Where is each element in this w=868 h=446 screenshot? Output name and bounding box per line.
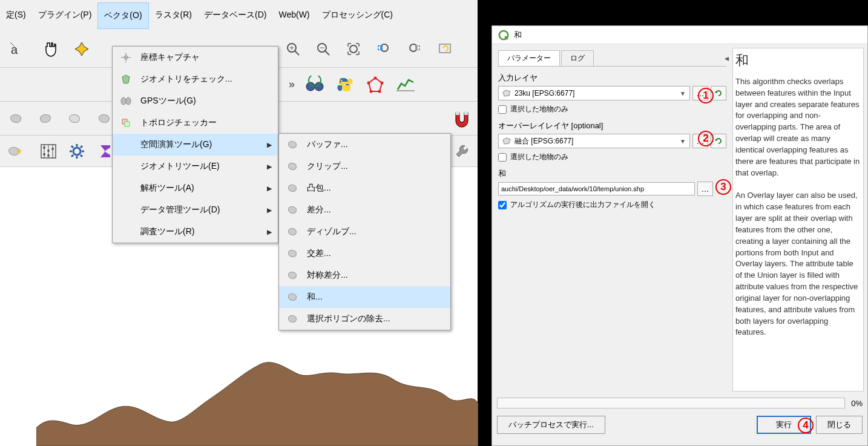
svg-point-26 — [367, 81, 370, 84]
tool-poly2[interactable] — [31, 104, 60, 133]
svg-point-20 — [341, 79, 343, 81]
tool-zoom-last[interactable] — [370, 35, 399, 64]
input-layer-combo[interactable]: 23ku [EPSG:6677] ▼ — [498, 86, 690, 100]
svg-rect-28 — [456, 111, 459, 115]
submenu-union[interactable]: 和... — [279, 286, 450, 308]
menu-geoprocessing[interactable]: 空間演算ツール(G) ▶ — [113, 134, 278, 156]
svg-point-37 — [43, 153, 45, 156]
tool-zoom-full[interactable] — [340, 35, 369, 64]
output-path-input[interactable] — [498, 182, 695, 195]
submenu-symdiff[interactable]: 対称差分... — [279, 264, 450, 286]
tool-magnet[interactable] — [447, 104, 476, 133]
diff-icon — [285, 204, 300, 216]
menu-label: 解析ツール(A) — [140, 183, 194, 194]
params-panel: パラメーター ログ 入力レイヤ 23ku [EPSG:6677] ▼ … 選択し… — [496, 48, 729, 392]
svg-marker-21 — [369, 78, 382, 91]
svg-rect-54 — [125, 122, 130, 126]
tool-poly1[interactable] — [2, 104, 30, 133]
svg-point-36 — [51, 148, 54, 150]
blank-icon — [119, 204, 133, 216]
menu-processing[interactable]: プロセッシング(C) — [316, 2, 399, 29]
chevron-right-icon: ▶ — [267, 163, 272, 171]
tool-zoom-out[interactable] — [309, 35, 338, 64]
progress-bar — [497, 398, 845, 408]
tool-poly-star[interactable]: ★ — [2, 137, 29, 166]
submenu-buffer[interactable]: バッファ... — [279, 134, 450, 156]
submenu-difference[interactable]: 差分... — [279, 199, 450, 221]
tool-edit-a[interactable]: a — [2, 35, 31, 64]
shield-icon — [119, 73, 133, 85]
menu-coord-capture[interactable]: 座標キャプチャ — [113, 47, 278, 68]
chevron-right-icon: ▶ — [267, 206, 272, 214]
collapse-arrow-icon[interactable]: ◂ — [725, 52, 729, 64]
menu-label: GPSツール(G) — [140, 96, 196, 107]
menu-label: 座標キャプチャ — [140, 52, 200, 63]
tabs: パラメーター ログ — [498, 50, 726, 67]
menu-vector[interactable]: ベクタ(O) — [97, 2, 148, 29]
menu-gps[interactable]: GPSツール(G) — [113, 90, 278, 112]
vector-menu: 座標キャプチャ ジオメトリをチェック... GPSツール(G) トポロジチェッカ… — [112, 46, 278, 243]
tool-pan[interactable] — [37, 35, 66, 64]
blank-icon — [119, 160, 133, 172]
menu-geom-check[interactable]: ジオメトリをチェック... — [113, 68, 278, 90]
menu-label: 差分... — [307, 205, 331, 215]
checkbox-label: 選択した地物のみ — [510, 152, 568, 162]
tool-poly3[interactable] — [61, 104, 89, 133]
tool-refresh[interactable] — [430, 35, 459, 64]
tool-python[interactable] — [330, 70, 360, 99]
tool-zoom-in[interactable] — [279, 35, 308, 64]
menu-raster[interactable]: ラスタ(R) — [149, 2, 198, 29]
submenu-dissolve[interactable]: ディゾルブ... — [279, 221, 450, 243]
close-button[interactable]: 閉じる — [816, 416, 863, 434]
annotation-4: 4 — [798, 418, 814, 433]
menu-database[interactable]: データベース(D) — [198, 2, 272, 29]
selected-only-1-checkbox[interactable] — [498, 105, 507, 114]
menu-data-mgmt[interactable]: データ管理ツール(D) ▶ — [113, 199, 278, 221]
batch-button[interactable]: バッチプロセスで実行... — [497, 416, 605, 434]
chevron-right-icon: ▶ — [267, 141, 272, 149]
tool-gear-blue[interactable] — [64, 137, 91, 166]
tool-stats[interactable] — [391, 70, 420, 99]
svg-line-46 — [71, 155, 73, 157]
submenu-clip[interactable]: クリップ... — [279, 156, 450, 177]
menu-web[interactable]: Web(W) — [272, 2, 315, 29]
open-after-checkbox[interactable] — [498, 201, 507, 209]
svg-point-25 — [370, 90, 373, 93]
menu-topo-check[interactable]: トポロジチェッカー — [113, 112, 278, 134]
topo-icon — [119, 117, 133, 129]
chevron-right-icon: ▶ — [267, 228, 272, 236]
tool-zoom-next[interactable] — [400, 35, 429, 64]
overlay-layer-combo[interactable]: 融合 [EPSG:6677] ▼ — [498, 134, 690, 148]
menu-settings[interactable]: 定(S) — [0, 2, 32, 29]
tool-topology[interactable] — [361, 70, 390, 99]
dissolve-icon — [285, 226, 300, 238]
menu-research-tools[interactable]: 調査ツール(R) ▶ — [113, 221, 278, 243]
tool-wrench[interactable] — [449, 137, 476, 166]
dialog-title: 和 — [514, 30, 522, 41]
selected-only-2-checkbox[interactable] — [498, 153, 507, 162]
intersect-icon — [285, 248, 300, 260]
tab-log[interactable]: ログ — [561, 50, 594, 66]
tab-parameters[interactable]: パラメーター — [498, 50, 560, 66]
svg-point-34 — [43, 146, 45, 149]
submenu-intersect[interactable]: 交差... — [279, 243, 450, 264]
menu-plugin[interactable]: プラグイン(P) — [32, 2, 98, 29]
menu-label: 凸包... — [307, 183, 331, 194]
tool-binoculars[interactable] — [300, 70, 329, 99]
output-browse[interactable]: … — [697, 182, 713, 196]
submenu-convexhull[interactable]: 凸包... — [279, 177, 450, 199]
tool-pan-selection[interactable] — [67, 35, 96, 64]
submenu-eliminate[interactable]: 選択ポリゴンの除去... — [279, 308, 450, 330]
menu-analysis-tools[interactable]: 解析ツール(A) ▶ — [113, 177, 278, 199]
qgis-icon — [498, 30, 509, 41]
crosshair-icon — [119, 51, 133, 64]
open-after-row[interactable]: アルゴリズムの実行後に出力ファイルを開く — [498, 200, 726, 210]
menu-geometry-tools[interactable]: ジオメトリツール(E) ▶ — [113, 156, 278, 177]
tool-abacus[interactable] — [35, 137, 62, 166]
selected-only-2[interactable]: 選択した地物のみ — [498, 152, 726, 162]
menu-label: ディゾルブ... — [307, 226, 357, 237]
svg-line-44 — [71, 146, 73, 148]
selected-only-1[interactable]: 選択した地物のみ — [498, 104, 726, 114]
qgis-main-window: 定(S) プラグイン(P) ベクタ(O) ラスタ(R) データベース(D) We… — [0, 0, 478, 446]
svg-rect-29 — [464, 111, 468, 115]
